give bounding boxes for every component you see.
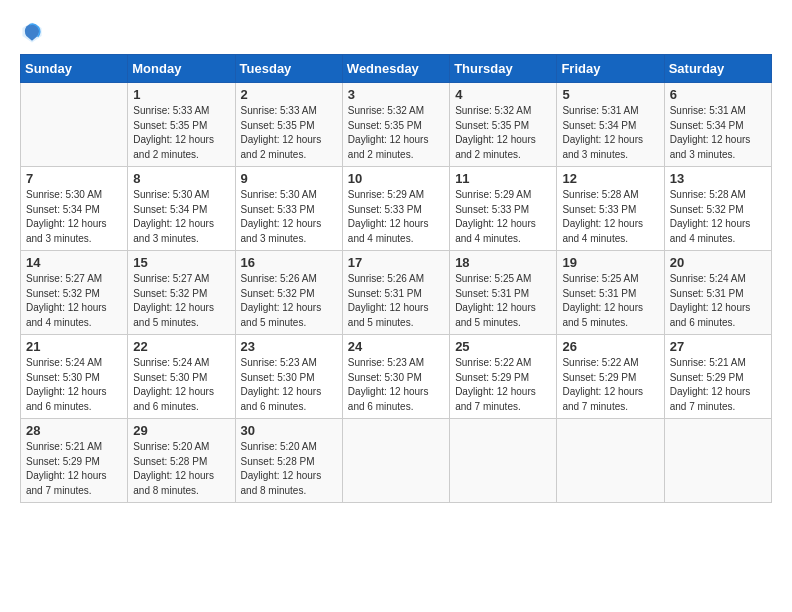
day-number: 7 bbox=[26, 171, 122, 186]
day-number: 6 bbox=[670, 87, 766, 102]
calendar-cell: 26Sunrise: 5:22 AM Sunset: 5:29 PM Dayli… bbox=[557, 335, 664, 419]
day-info: Sunrise: 5:23 AM Sunset: 5:30 PM Dayligh… bbox=[241, 356, 337, 414]
calendar-cell: 1Sunrise: 5:33 AM Sunset: 5:35 PM Daylig… bbox=[128, 83, 235, 167]
day-number: 1 bbox=[133, 87, 229, 102]
day-info: Sunrise: 5:26 AM Sunset: 5:31 PM Dayligh… bbox=[348, 272, 444, 330]
day-info: Sunrise: 5:20 AM Sunset: 5:28 PM Dayligh… bbox=[241, 440, 337, 498]
calendar-cell: 11Sunrise: 5:29 AM Sunset: 5:33 PM Dayli… bbox=[450, 167, 557, 251]
calendar-cell bbox=[664, 419, 771, 503]
day-number: 28 bbox=[26, 423, 122, 438]
day-info: Sunrise: 5:24 AM Sunset: 5:30 PM Dayligh… bbox=[133, 356, 229, 414]
day-number: 16 bbox=[241, 255, 337, 270]
day-number: 9 bbox=[241, 171, 337, 186]
weekday-header-friday: Friday bbox=[557, 55, 664, 83]
day-number: 17 bbox=[348, 255, 444, 270]
calendar-cell: 25Sunrise: 5:22 AM Sunset: 5:29 PM Dayli… bbox=[450, 335, 557, 419]
day-info: Sunrise: 5:27 AM Sunset: 5:32 PM Dayligh… bbox=[26, 272, 122, 330]
weekday-header-saturday: Saturday bbox=[664, 55, 771, 83]
day-info: Sunrise: 5:32 AM Sunset: 5:35 PM Dayligh… bbox=[348, 104, 444, 162]
day-info: Sunrise: 5:23 AM Sunset: 5:30 PM Dayligh… bbox=[348, 356, 444, 414]
logo bbox=[20, 20, 48, 44]
calendar-header: SundayMondayTuesdayWednesdayThursdayFrid… bbox=[21, 55, 772, 83]
day-info: Sunrise: 5:30 AM Sunset: 5:33 PM Dayligh… bbox=[241, 188, 337, 246]
calendar-cell bbox=[557, 419, 664, 503]
calendar-cell: 28Sunrise: 5:21 AM Sunset: 5:29 PM Dayli… bbox=[21, 419, 128, 503]
day-info: Sunrise: 5:25 AM Sunset: 5:31 PM Dayligh… bbox=[562, 272, 658, 330]
calendar-table: SundayMondayTuesdayWednesdayThursdayFrid… bbox=[20, 54, 772, 503]
day-info: Sunrise: 5:26 AM Sunset: 5:32 PM Dayligh… bbox=[241, 272, 337, 330]
day-info: Sunrise: 5:25 AM Sunset: 5:31 PM Dayligh… bbox=[455, 272, 551, 330]
calendar-cell: 4Sunrise: 5:32 AM Sunset: 5:35 PM Daylig… bbox=[450, 83, 557, 167]
day-number: 25 bbox=[455, 339, 551, 354]
calendar-cell: 7Sunrise: 5:30 AM Sunset: 5:34 PM Daylig… bbox=[21, 167, 128, 251]
day-number: 29 bbox=[133, 423, 229, 438]
day-info: Sunrise: 5:22 AM Sunset: 5:29 PM Dayligh… bbox=[455, 356, 551, 414]
day-number: 11 bbox=[455, 171, 551, 186]
day-info: Sunrise: 5:29 AM Sunset: 5:33 PM Dayligh… bbox=[348, 188, 444, 246]
day-info: Sunrise: 5:31 AM Sunset: 5:34 PM Dayligh… bbox=[670, 104, 766, 162]
calendar-cell: 30Sunrise: 5:20 AM Sunset: 5:28 PM Dayli… bbox=[235, 419, 342, 503]
calendar-cell bbox=[450, 419, 557, 503]
day-info: Sunrise: 5:33 AM Sunset: 5:35 PM Dayligh… bbox=[241, 104, 337, 162]
day-info: Sunrise: 5:21 AM Sunset: 5:29 PM Dayligh… bbox=[26, 440, 122, 498]
calendar-cell: 18Sunrise: 5:25 AM Sunset: 5:31 PM Dayli… bbox=[450, 251, 557, 335]
weekday-header-wednesday: Wednesday bbox=[342, 55, 449, 83]
day-info: Sunrise: 5:20 AM Sunset: 5:28 PM Dayligh… bbox=[133, 440, 229, 498]
day-number: 30 bbox=[241, 423, 337, 438]
day-info: Sunrise: 5:24 AM Sunset: 5:31 PM Dayligh… bbox=[670, 272, 766, 330]
day-info: Sunrise: 5:27 AM Sunset: 5:32 PM Dayligh… bbox=[133, 272, 229, 330]
day-number: 3 bbox=[348, 87, 444, 102]
calendar-cell: 23Sunrise: 5:23 AM Sunset: 5:30 PM Dayli… bbox=[235, 335, 342, 419]
weekday-header-thursday: Thursday bbox=[450, 55, 557, 83]
calendar-cell: 15Sunrise: 5:27 AM Sunset: 5:32 PM Dayli… bbox=[128, 251, 235, 335]
day-number: 8 bbox=[133, 171, 229, 186]
calendar-cell: 10Sunrise: 5:29 AM Sunset: 5:33 PM Dayli… bbox=[342, 167, 449, 251]
day-number: 22 bbox=[133, 339, 229, 354]
page-header bbox=[20, 20, 772, 44]
calendar-cell: 29Sunrise: 5:20 AM Sunset: 5:28 PM Dayli… bbox=[128, 419, 235, 503]
day-number: 20 bbox=[670, 255, 766, 270]
weekday-header-monday: Monday bbox=[128, 55, 235, 83]
day-number: 14 bbox=[26, 255, 122, 270]
day-number: 27 bbox=[670, 339, 766, 354]
day-info: Sunrise: 5:30 AM Sunset: 5:34 PM Dayligh… bbox=[26, 188, 122, 246]
calendar-cell bbox=[342, 419, 449, 503]
day-number: 13 bbox=[670, 171, 766, 186]
logo-icon bbox=[20, 20, 44, 44]
calendar-cell: 22Sunrise: 5:24 AM Sunset: 5:30 PM Dayli… bbox=[128, 335, 235, 419]
calendar-cell: 16Sunrise: 5:26 AM Sunset: 5:32 PM Dayli… bbox=[235, 251, 342, 335]
calendar-cell: 17Sunrise: 5:26 AM Sunset: 5:31 PM Dayli… bbox=[342, 251, 449, 335]
calendar-cell: 14Sunrise: 5:27 AM Sunset: 5:32 PM Dayli… bbox=[21, 251, 128, 335]
calendar-cell: 9Sunrise: 5:30 AM Sunset: 5:33 PM Daylig… bbox=[235, 167, 342, 251]
week-row-2: 7Sunrise: 5:30 AM Sunset: 5:34 PM Daylig… bbox=[21, 167, 772, 251]
day-number: 12 bbox=[562, 171, 658, 186]
day-number: 10 bbox=[348, 171, 444, 186]
calendar-cell: 3Sunrise: 5:32 AM Sunset: 5:35 PM Daylig… bbox=[342, 83, 449, 167]
weekday-header-row: SundayMondayTuesdayWednesdayThursdayFrid… bbox=[21, 55, 772, 83]
week-row-5: 28Sunrise: 5:21 AM Sunset: 5:29 PM Dayli… bbox=[21, 419, 772, 503]
day-number: 24 bbox=[348, 339, 444, 354]
calendar-body: 1Sunrise: 5:33 AM Sunset: 5:35 PM Daylig… bbox=[21, 83, 772, 503]
calendar-cell: 6Sunrise: 5:31 AM Sunset: 5:34 PM Daylig… bbox=[664, 83, 771, 167]
weekday-header-tuesday: Tuesday bbox=[235, 55, 342, 83]
calendar-cell: 13Sunrise: 5:28 AM Sunset: 5:32 PM Dayli… bbox=[664, 167, 771, 251]
day-info: Sunrise: 5:24 AM Sunset: 5:30 PM Dayligh… bbox=[26, 356, 122, 414]
day-number: 23 bbox=[241, 339, 337, 354]
day-info: Sunrise: 5:22 AM Sunset: 5:29 PM Dayligh… bbox=[562, 356, 658, 414]
day-info: Sunrise: 5:28 AM Sunset: 5:32 PM Dayligh… bbox=[670, 188, 766, 246]
day-number: 21 bbox=[26, 339, 122, 354]
calendar-cell: 2Sunrise: 5:33 AM Sunset: 5:35 PM Daylig… bbox=[235, 83, 342, 167]
day-number: 4 bbox=[455, 87, 551, 102]
calendar-cell: 8Sunrise: 5:30 AM Sunset: 5:34 PM Daylig… bbox=[128, 167, 235, 251]
day-info: Sunrise: 5:28 AM Sunset: 5:33 PM Dayligh… bbox=[562, 188, 658, 246]
day-info: Sunrise: 5:29 AM Sunset: 5:33 PM Dayligh… bbox=[455, 188, 551, 246]
day-number: 2 bbox=[241, 87, 337, 102]
day-number: 5 bbox=[562, 87, 658, 102]
calendar-cell: 27Sunrise: 5:21 AM Sunset: 5:29 PM Dayli… bbox=[664, 335, 771, 419]
day-number: 15 bbox=[133, 255, 229, 270]
day-number: 19 bbox=[562, 255, 658, 270]
calendar-cell: 5Sunrise: 5:31 AM Sunset: 5:34 PM Daylig… bbox=[557, 83, 664, 167]
day-info: Sunrise: 5:21 AM Sunset: 5:29 PM Dayligh… bbox=[670, 356, 766, 414]
week-row-4: 21Sunrise: 5:24 AM Sunset: 5:30 PM Dayli… bbox=[21, 335, 772, 419]
day-info: Sunrise: 5:33 AM Sunset: 5:35 PM Dayligh… bbox=[133, 104, 229, 162]
